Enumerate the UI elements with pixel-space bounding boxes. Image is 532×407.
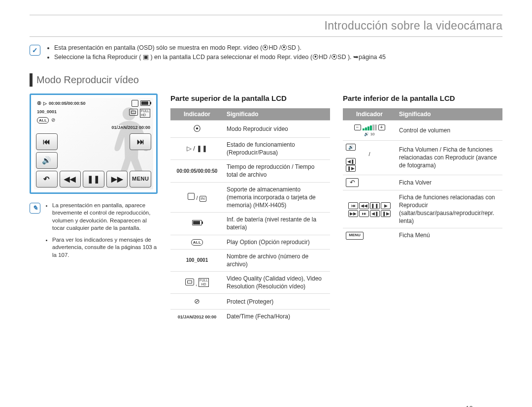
indicator-cell: ALL	[170, 235, 224, 249]
note-bullet: Para ver los indicadores y mensajes de a…	[52, 236, 158, 259]
indicator-cell: 00:00:05/00:00:50	[170, 160, 224, 182]
note-icon: ✎	[30, 203, 40, 214]
meaning-cell: Tiempo de reproducción / Tiempo total de…	[224, 160, 330, 182]
indicator-cell: 01/JAN/2012 00:00	[170, 310, 224, 324]
bottom-lcd-table: Indicador Significado −+🔊 10Control de v…	[343, 108, 502, 243]
note-bullet: La presentación en pantalla, aparece bre…	[52, 202, 158, 232]
indicator-cell	[170, 213, 224, 235]
table-row: 00:00:05/00:00:50Tiempo de reproducción …	[170, 160, 330, 182]
quality-icon	[129, 109, 138, 116]
bottom-lcd-heading: Parte inferior de la pantalla LCD	[343, 94, 502, 103]
table-row: , FULLHDVideo Quality (Calidad vídeo), V…	[170, 272, 330, 294]
intro-bullet: Esta presentación en pantalla (OSD) sólo…	[54, 44, 386, 52]
indicator-cell: ↶	[343, 175, 396, 190]
ffwd-button[interactable]: ▶▶	[106, 171, 128, 188]
lcd-date: 01/JAN/2012 00:00	[111, 125, 150, 130]
table-row: ⏮◀◀❚❚▶▶▶⏭◀❚❚▶Ficha de funciones relacion…	[343, 190, 502, 228]
meaning-cell: Control de volumen	[396, 121, 502, 141]
storage-icon	[132, 100, 138, 107]
intro-bullet: Seleccione la ficha Reproducir ( ▣ ) en …	[54, 53, 386, 62]
indicator-cell: ▷ / ❚❚	[170, 137, 224, 159]
indicator-text: 01/JAN/2012 00:00	[178, 314, 217, 319]
section-heading: Modo Reproducir vídeo	[30, 73, 502, 87]
table-row: ↶Ficha Volver	[343, 175, 502, 190]
meaning-cell: Ficha Volver	[396, 175, 502, 190]
vol-frame-icon: 🔊/◀❚❚▶	[346, 144, 393, 172]
meaning-cell: Modo Reproducir vídeo	[224, 121, 330, 138]
meaning-cell: Soporte de almacenamiento (memoria incor…	[224, 182, 330, 213]
back-button[interactable]: ↶	[36, 171, 58, 188]
menu-button[interactable]: MENU	[130, 171, 151, 188]
next-track-button[interactable]: ⏭	[130, 133, 151, 150]
table-row: / INSoporte de almacenamiento (memoria i…	[170, 182, 330, 213]
meaning-cell: Ficha Menú	[396, 228, 502, 243]
note-block: ✎ La presentación en pantalla, aparece b…	[30, 202, 158, 263]
lcd-time: 00:00:05/00:00:50	[49, 100, 86, 106]
top-lcd-heading: Parte superior de la pantalla LCD	[170, 94, 330, 103]
video-mode-icon: ⦿	[193, 125, 201, 133]
table-row: MENUFicha Menú	[343, 228, 502, 243]
menu-tab-icon: MENU	[346, 232, 364, 240]
playoption-icon: ALL	[37, 117, 49, 124]
battery-icon	[140, 100, 150, 106]
volume-button[interactable]: 🔊	[36, 152, 58, 169]
table-row: 100_0001Nombre de archivo (número de arc…	[170, 249, 330, 271]
indicator-cell: / IN	[170, 182, 224, 213]
th-indicator: Indicador	[170, 108, 224, 121]
table-row: ▷ / ❚❚Estado de funcionamiento (Reproduc…	[170, 137, 330, 159]
protect-icon: ⊘	[194, 297, 200, 305]
meaning-cell: Estado de funcionamiento (Reproducir/Pau…	[224, 137, 330, 159]
table-row: −+🔊 10Control de volumen	[343, 121, 502, 141]
lcd-screenshot: ⦿ ▷ 00:00:05/00:00:50 100_0001 FULLHD AL…	[30, 94, 158, 194]
intro-block: ✓ Esta presentación en pantalla (OSD) só…	[30, 44, 502, 63]
table-row: 01/JAN/2012 00:00Date/Time (Fecha/Hora)	[170, 310, 330, 324]
page-number: 19	[466, 404, 473, 407]
indicator-cell: 🔊/◀❚❚▶	[343, 140, 396, 175]
indicator-cell: 100_0001	[170, 249, 224, 271]
th-indicator: Indicador	[343, 108, 396, 121]
indicator-cell: ⊘	[170, 294, 224, 310]
table-row: ⦿Modo Reproducir vídeo	[170, 121, 330, 138]
table-row: 🔊/◀❚❚▶Ficha Volumen / Ficha de funciones…	[343, 140, 502, 175]
indicator-cell: −+🔊 10	[343, 121, 396, 141]
indicator-cell: , FULLHD	[170, 272, 224, 294]
meaning-cell: Ficha Volumen / Ficha de funciones relac…	[396, 140, 502, 175]
indicator-cell: ⏮◀◀❚❚▶▶▶⏭◀❚❚▶	[343, 190, 396, 228]
mode-icon: ⦿	[37, 100, 41, 106]
meaning-cell: Protect (Proteger)	[224, 294, 330, 310]
meaning-cell: Date/Time (Fecha/Hora)	[224, 310, 330, 324]
protect-icon: ⊘	[51, 117, 55, 123]
battery-icon	[192, 220, 202, 225]
meaning-cell: Ficha de funciones relacionadas con Repr…	[396, 190, 502, 228]
indicator-cell: MENU	[343, 228, 396, 243]
quality-icon: , FULLHD	[185, 281, 209, 286]
table-row: ALLPlay Option (Opción reproducir)	[170, 235, 330, 249]
meaning-cell: Video Quality (Calidad vídeo), Video Res…	[224, 272, 330, 294]
rewind-button[interactable]: ◀◀	[60, 171, 81, 188]
top-lcd-table: Indicador Significado ⦿Modo Reproducir v…	[170, 108, 330, 323]
meaning-cell: Inf. de batería (nivel restante de la ba…	[224, 213, 330, 235]
th-meaning: Significado	[396, 108, 502, 121]
storage-icon: / IN	[188, 195, 206, 201]
meaning-cell: Nombre de archivo (número de archivo)	[224, 249, 330, 271]
volume-control-icon: −+	[354, 125, 385, 130]
indicator-text: 100_0001	[186, 257, 208, 263]
page-title: Introducción sobre la videocámara	[30, 18, 502, 36]
lcd-file: 100_0001	[37, 109, 57, 115]
playoption-icon: ALL	[191, 239, 203, 246]
indicator-cell: ⦿	[170, 121, 224, 138]
meaning-cell: Play Option (Opción reproducir)	[224, 235, 330, 249]
check-icon: ✓	[30, 45, 40, 56]
pause-button[interactable]: ❚❚	[83, 171, 104, 188]
table-row: ⊘Protect (Proteger)	[170, 294, 330, 310]
th-meaning: Significado	[224, 108, 330, 121]
fullhd-icon: FULLHD	[140, 109, 150, 118]
table-row: Inf. de batería (nivel restante de la ba…	[170, 213, 330, 235]
indicator-text: 00:00:05/00:00:50	[177, 168, 218, 174]
playback-tabs-icon: ⏮◀◀❚❚▶▶▶⏭◀❚❚▶	[346, 202, 393, 217]
play-pause-icon: ▷ / ❚❚	[187, 145, 208, 152]
prev-track-button[interactable]: ⏮	[36, 133, 58, 150]
back-tab-icon: ↶	[346, 178, 359, 187]
